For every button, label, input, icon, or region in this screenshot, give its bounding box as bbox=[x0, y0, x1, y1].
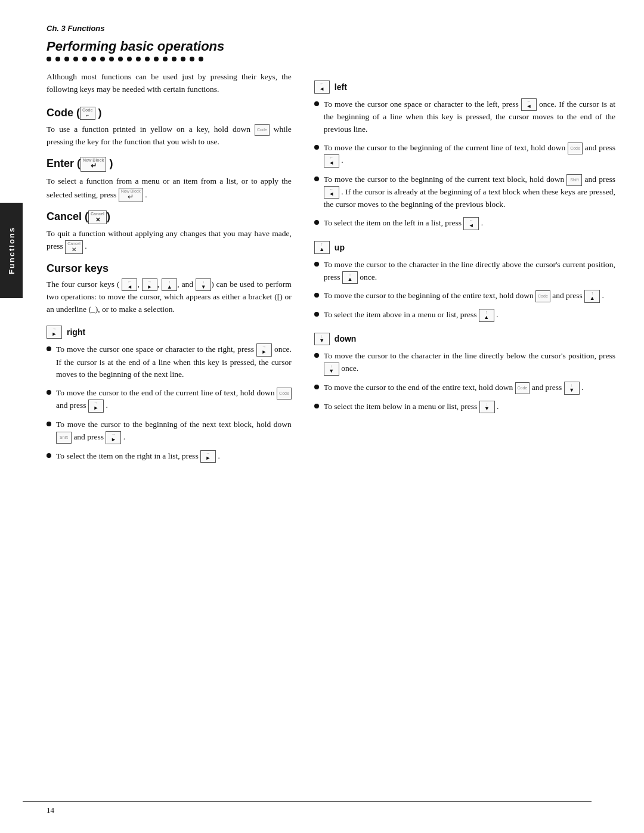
left-key-sm: ←◄ bbox=[521, 98, 537, 112]
code-section: Code (Code⌐ ) To use a function printed … bbox=[47, 107, 292, 148]
left-key-sm3: ←◄ bbox=[324, 186, 339, 199]
page-number: 14 bbox=[23, 806, 644, 815]
dots-decoration bbox=[47, 57, 615, 61]
list-item-text: To move the cursor one space or characte… bbox=[324, 98, 615, 137]
list-item: To move the cursor to the end of the ent… bbox=[314, 382, 615, 395]
bottom-rule bbox=[23, 801, 592, 802]
list-item: To select the item below in a menu or li… bbox=[314, 401, 615, 414]
side-tab: Functions bbox=[0, 203, 23, 298]
enter-para: To select a function from a menu or an i… bbox=[47, 175, 292, 203]
shift-key-sm2: Shift bbox=[566, 174, 582, 186]
right-bullet-list: To move the cursor one space or characte… bbox=[47, 343, 292, 463]
code-key-sm: Code bbox=[277, 388, 292, 400]
list-item: To move the cursor to the beginning of t… bbox=[314, 290, 615, 303]
right-key-sm: →► bbox=[256, 343, 272, 357]
up-key-sm: ↑▲ bbox=[342, 271, 358, 284]
enter-key: New Block↵ bbox=[80, 157, 106, 172]
list-item-text: To select the item on the left in a list… bbox=[324, 217, 615, 230]
bullet-dot bbox=[314, 262, 319, 267]
list-item: To move the cursor to the character in t… bbox=[314, 350, 615, 376]
up-key-sm3: ↑▲ bbox=[479, 309, 494, 322]
code-key-sm4: Code bbox=[515, 382, 530, 394]
chapter-header: Ch. 3 Functions bbox=[47, 24, 615, 33]
enter-section: Enter (New Block↵ ) To select a function… bbox=[47, 157, 292, 203]
down-key-sm2: ↓▼ bbox=[564, 382, 580, 395]
side-tab-label: Functions bbox=[7, 227, 16, 274]
list-item-text: To move the cursor to the beginning of t… bbox=[324, 174, 615, 212]
list-item-text: To move the cursor to the end of the cur… bbox=[56, 387, 292, 413]
list-item-text: To select the item below in a menu or li… bbox=[324, 401, 615, 414]
main-content: Ch. 3 Functions Performing basic operati… bbox=[23, 0, 644, 833]
page-bottom: 14 bbox=[23, 801, 644, 815]
cancel-heading: Cancel (Cancel✕) bbox=[47, 210, 292, 224]
code-para: To use a function printed in yellow on a… bbox=[47, 123, 292, 148]
right-key-sm2: →► bbox=[88, 400, 104, 413]
list-item: To select the item above in a menu or li… bbox=[314, 309, 615, 322]
bullet-dot bbox=[314, 101, 319, 106]
bullet-dot bbox=[314, 176, 319, 181]
code-key: Code⌐ bbox=[80, 107, 95, 120]
list-item: To move the cursor to the beginning of t… bbox=[314, 142, 615, 168]
left-key-sm2: ←◄ bbox=[324, 154, 339, 168]
left-cursor-key: ←◄ bbox=[122, 278, 137, 292]
code-key-inline: Code bbox=[255, 124, 270, 136]
intro-paragraph: Although most functions can be used just… bbox=[47, 71, 292, 96]
bullet-dot bbox=[314, 145, 319, 150]
list-item-text: To move the cursor to the character in t… bbox=[324, 259, 615, 284]
down-cursor-key: ↓▼ bbox=[196, 278, 211, 292]
right-key-sm4: →► bbox=[200, 450, 216, 463]
bullet-dot bbox=[314, 312, 319, 317]
bullet-dot bbox=[47, 453, 51, 458]
up-key-section: ↑▲ up To move the cursor to the characte… bbox=[314, 241, 615, 322]
list-item: To move the cursor to the character in t… bbox=[314, 259, 615, 284]
code-key-sm3: Code bbox=[535, 290, 550, 302]
up-bullet-list: To move the cursor to the character in t… bbox=[314, 259, 615, 322]
list-item: To move the cursor one space or characte… bbox=[314, 98, 615, 137]
enter-key-inline: New Block↵ bbox=[119, 188, 143, 203]
cursor-keys-para: The four cursor keys ( ←◄, →►, ↑▲, and ↓… bbox=[47, 278, 292, 317]
cancel-section: Cancel (Cancel✕) To quit a function with… bbox=[47, 210, 292, 253]
left-heading: ←◄ left bbox=[314, 80, 615, 94]
cancel-key-inline: Cancel✕ bbox=[65, 240, 83, 254]
bullet-dot bbox=[314, 220, 319, 225]
cancel-para: To quit a function without applying any … bbox=[47, 228, 292, 254]
list-item-text: To select the item above in a menu or li… bbox=[324, 309, 615, 322]
left-key-section: ←◄ left To move the cursor one space or … bbox=[314, 80, 615, 230]
section-title: Performing basic operations bbox=[47, 39, 615, 54]
bullet-dot bbox=[314, 404, 319, 408]
left-key-icon: ←◄ bbox=[314, 80, 330, 94]
list-item-text: To move the cursor to the beginning of t… bbox=[324, 142, 615, 168]
down-heading: ↓▼ down bbox=[314, 333, 615, 346]
bullet-dot bbox=[47, 422, 51, 426]
up-key-sm2: ↑▲ bbox=[584, 290, 600, 303]
bullet-dot bbox=[314, 385, 319, 389]
right-heading: →► right bbox=[47, 326, 292, 339]
down-key-sm3: ↓▼ bbox=[479, 401, 495, 414]
cancel-key: Cancel✕ bbox=[88, 210, 107, 224]
down-bullet-list: To move the cursor to the character in t… bbox=[314, 350, 615, 413]
left-bullet-list: To move the cursor one space or characte… bbox=[314, 98, 615, 230]
list-item: To move the cursor to the beginning of t… bbox=[47, 419, 292, 444]
left-column: Although most functions can be used just… bbox=[47, 71, 308, 469]
down-key-icon: ↓▼ bbox=[314, 333, 330, 346]
page-container: Functions Ch. 3 Functions Performing bas… bbox=[0, 0, 644, 833]
right-key-section: →► right To move the cursor one space or… bbox=[47, 326, 292, 463]
right-key-sm3: →► bbox=[106, 431, 121, 444]
list-item: To move the cursor to the end of the cur… bbox=[47, 387, 292, 413]
cursor-keys-section: Cursor keys The four cursor keys ( ←◄, →… bbox=[47, 262, 292, 317]
right-column: ←◄ left To move the cursor one space or … bbox=[308, 71, 615, 469]
up-key-icon: ↑▲ bbox=[314, 241, 330, 254]
list-item: To move the cursor one space or characte… bbox=[47, 343, 292, 382]
list-item-text: To move the cursor one space or characte… bbox=[56, 343, 292, 382]
bullet-dot bbox=[314, 353, 319, 358]
bullet-dot bbox=[47, 390, 51, 395]
list-item-text: To move the cursor to the end of the ent… bbox=[324, 382, 615, 395]
right-cursor-key: →► bbox=[142, 278, 157, 292]
list-item-text: To select the item on the right in a lis… bbox=[56, 450, 292, 463]
list-item: To move the cursor to the beginning of t… bbox=[314, 174, 615, 212]
bullet-dot bbox=[314, 293, 319, 298]
list-item-text: To move the cursor to the character in t… bbox=[324, 350, 615, 376]
list-item-text: To move the cursor to the beginning of t… bbox=[56, 419, 292, 444]
bullet-dot bbox=[47, 346, 51, 351]
down-key-sm: ↓▼ bbox=[324, 363, 339, 376]
